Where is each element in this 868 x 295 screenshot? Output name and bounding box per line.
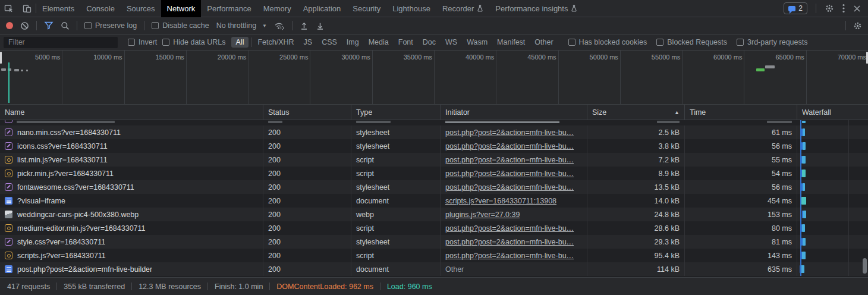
disable-cache-checkbox[interactable] [152,22,159,29]
partial-request-row[interactable] [0,120,868,125]
overview-left-handle[interactable] [0,52,2,64]
column-header-initiator[interactable]: Initiator [441,105,587,120]
has-blocked-cookies-checkbox[interactable] [568,39,575,46]
tab-sources[interactable]: Sources [121,0,161,17]
hide-data-urls-checkbox[interactable] [162,39,169,46]
column-header-label: Type [356,108,372,117]
type-filter-fetch-xhr[interactable]: Fetch/XHR [254,37,297,48]
column-header-type[interactable]: Type [351,105,441,120]
column-header-status[interactable]: Status [263,105,351,120]
request-name-cell: pickr.min.js?ver=1684330711 [0,167,263,180]
overview-activity-bar [26,70,28,71]
vertical-scrollbar-thumb[interactable] [863,258,867,274]
column-header-time[interactable]: Time [685,105,797,120]
network-overview[interactable]: 5000 ms10000 ms15000 ms20000 ms25000 ms3… [0,51,868,105]
3rd-party-requests-checkbox[interactable] [737,39,744,46]
initiator-link[interactable]: post.php?post=2&action=mfn-live-bu… [445,238,574,246]
initiator-link[interactable]: post.php?post=2&action=mfn-live-bu… [445,128,574,137]
type-filter-font[interactable]: Font [395,37,417,48]
request-row[interactable]: post.php?post=2&action=mfn-live-builder2… [0,262,868,276]
type-filter-js[interactable]: JS [300,37,316,48]
initiator-link[interactable]: post.php?post=2&action=mfn-live-bu… [445,252,574,260]
type-filter-doc[interactable]: Doc [419,37,439,48]
type-filter-media[interactable]: Media [365,37,392,48]
throttling-select[interactable]: No throttling ▼ [216,21,267,30]
initiator-link[interactable]: post.php?post=2&action=mfn-live-bu… [445,156,574,164]
divider [251,37,251,47]
tab-application[interactable]: Application [297,0,347,17]
filter-input[interactable] [4,37,118,48]
overview-tick-label: 10000 ms [70,54,122,61]
device-toolbar-icon[interactable] [18,0,36,17]
request-size: 2.5 kB [659,128,680,137]
request-waterfall-cell [797,125,868,139]
initiator-link[interactable]: post.php?post=2&action=mfn-live-bu… [445,170,574,178]
column-header-waterfall[interactable]: Waterfall [797,105,868,120]
request-time: 153 ms [768,211,792,219]
document-icon [5,197,12,205]
type-filter-img[interactable]: Img [343,37,363,48]
clear-icon[interactable] [20,21,29,30]
tab-memory[interactable]: Memory [257,0,297,17]
filter-label: 3rd-party requests [747,38,807,46]
request-size-cell: 24.8 kB [587,208,685,221]
initiator-link[interactable]: post.php?post=2&action=mfn-live-bu… [445,183,574,192]
issues-badge[interactable]: 2 [784,2,807,14]
request-waterfall-cell [797,194,868,208]
request-row[interactable]: pickr.min.js?ver=1684330711200scriptpost… [0,167,868,180]
type-filter-wasm[interactable]: Wasm [463,37,491,48]
type-filter-other[interactable]: Other [531,37,556,48]
more-options-icon[interactable] [842,4,845,13]
type-filter-all[interactable]: All [231,37,249,48]
tab-console[interactable]: Console [80,0,121,17]
invert-checkbox[interactable] [128,39,135,46]
export-har-icon[interactable] [316,21,325,30]
tab-performance-insights[interactable]: Performance insights [489,0,583,17]
tab-recorder[interactable]: Recorder [436,0,489,17]
column-header-name[interactable]: Name [0,105,263,120]
type-filter-ws[interactable]: WS [442,37,461,48]
request-waterfall-cell [797,180,868,194]
record-icon[interactable] [6,22,13,29]
overview-gridline [682,51,683,104]
tab-elements[interactable]: Elements [36,0,80,17]
column-header-size[interactable]: Size▲ [587,105,685,120]
overview-tick-label: 65000 ms [752,54,804,61]
inspect-icon[interactable] [0,0,18,17]
request-row[interactable]: list.min.js?ver=1684330711200scriptpost.… [0,153,868,167]
network-conditions-icon[interactable] [274,21,285,30]
request-type-cell: stylesheet [351,125,441,139]
request-row[interactable]: scripts.js?ver=1684330711200scriptpost.p… [0,249,868,262]
tab-lighthouse[interactable]: Lighthouse [386,0,436,17]
blocked-requests-checkbox[interactable] [656,39,663,46]
initiator-link[interactable]: plugins.js?ver=27.0:39 [445,211,520,219]
tab-label: Memory [263,4,291,13]
request-row[interactable]: icons.css?ver=1684330711200stylesheetpos… [0,139,868,153]
request-row[interactable]: nano.min.css?ver=1684330711200stylesheet… [0,125,868,139]
settings-gear-icon[interactable] [825,4,834,13]
initiator-link[interactable]: scripts.js?ver=1684330711:13908 [445,197,556,205]
close-icon[interactable] [853,5,861,12]
request-status-cell: 200 [263,208,351,221]
request-row[interactable]: style.css?ver=1684330711200stylesheetpos… [0,235,868,249]
import-har-icon[interactable] [300,21,309,30]
request-row[interactable]: fontawesome.css?ver=1684330711200stylesh… [0,180,868,194]
tab-performance[interactable]: Performance [201,0,257,17]
request-row[interactable]: medium-editor.min.js?ver=1684330711200sc… [0,221,868,235]
tab-security[interactable]: Security [347,0,386,17]
request-row[interactable]: weddingcar-cars-pic4-500x380.webp200webp… [0,208,868,221]
filter-funnel-icon[interactable] [44,21,54,30]
request-type: stylesheet [356,128,389,137]
type-filter-css[interactable]: CSS [318,37,341,48]
search-icon[interactable] [61,21,70,30]
request-type-cell: stylesheet [351,235,441,249]
initiator-link[interactable]: post.php?post=2&action=mfn-live-bu… [445,224,574,233]
request-name: style.css?ver=1684330711 [17,238,105,246]
request-name-cell: icons.css?ver=1684330711 [0,139,263,153]
tab-network[interactable]: Network [161,0,202,17]
type-filter-manifest[interactable]: Manifest [493,37,529,48]
preserve-log-checkbox[interactable] [84,22,92,29]
request-row[interactable]: ?visual=iframe200documentscripts.js?ver=… [0,194,868,208]
network-settings-gear-icon[interactable] [853,21,862,30]
initiator-link[interactable]: post.php?post=2&action=mfn-live-bu… [445,142,574,150]
